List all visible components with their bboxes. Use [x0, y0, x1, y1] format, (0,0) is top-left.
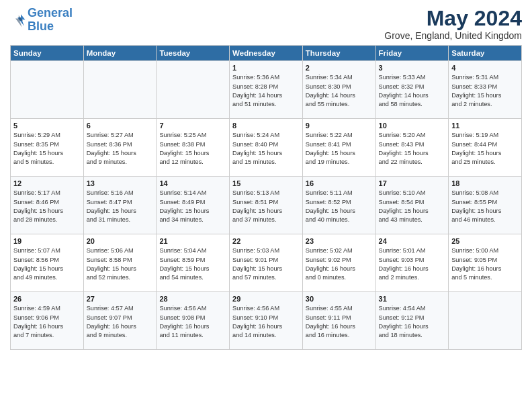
- day-number: 6: [87, 122, 154, 130]
- day-number: 9: [306, 122, 373, 130]
- calendar-cell: [83, 61, 157, 119]
- day-info: Sunrise: 5:20 AM Sunset: 8:43 PM Dayligh…: [379, 131, 446, 167]
- calendar-cell: 4Sunrise: 5:31 AM Sunset: 8:33 PM Daylig…: [449, 61, 522, 119]
- week-row-5: 26Sunrise: 4:59 AM Sunset: 9:06 PM Dayli…: [11, 292, 522, 350]
- logo: General Blue: [10, 7, 73, 34]
- day-info: Sunrise: 5:11 AM Sunset: 8:52 PM Dayligh…: [306, 189, 373, 224]
- header-row: SundayMondayTuesdayWednesdayThursdayFrid…: [11, 46, 522, 61]
- day-number: 29: [232, 295, 300, 303]
- subtitle: Grove, England, United Kingdom: [384, 30, 522, 41]
- day-info: Sunrise: 5:36 AM Sunset: 8:28 PM Dayligh…: [232, 73, 300, 109]
- calendar-cell: 3Sunrise: 5:33 AM Sunset: 8:32 PM Daylig…: [375, 61, 449, 119]
- day-info: Sunrise: 5:33 AM Sunset: 8:32 PM Dayligh…: [379, 73, 446, 109]
- day-number: 18: [451, 179, 519, 187]
- calendar-cell: 23Sunrise: 5:02 AM Sunset: 9:02 PM Dayli…: [302, 234, 375, 292]
- col-header-thursday: Thursday: [302, 46, 375, 61]
- day-info: Sunrise: 5:06 AM Sunset: 8:58 PM Dayligh…: [87, 246, 154, 282]
- calendar-table: SundayMondayTuesdayWednesdayThursdayFrid…: [10, 45, 522, 350]
- day-number: 23: [306, 237, 373, 245]
- day-number: 17: [379, 179, 446, 187]
- calendar-cell: 28Sunrise: 4:56 AM Sunset: 9:08 PM Dayli…: [157, 292, 230, 350]
- day-info: Sunrise: 5:14 AM Sunset: 8:49 PM Dayligh…: [159, 189, 226, 224]
- col-header-sunday: Sunday: [11, 46, 84, 61]
- calendar-cell: 29Sunrise: 4:56 AM Sunset: 9:10 PM Dayli…: [230, 292, 303, 350]
- week-row-4: 19Sunrise: 5:07 AM Sunset: 8:56 PM Dayli…: [11, 234, 522, 292]
- calendar-cell: 8Sunrise: 5:24 AM Sunset: 8:40 PM Daylig…: [230, 119, 303, 177]
- title-block: May 2024 Grove, England, United Kingdom: [384, 7, 522, 41]
- day-info: Sunrise: 5:17 AM Sunset: 8:46 PM Dayligh…: [13, 189, 81, 224]
- day-number: 4: [451, 64, 519, 72]
- week-row-2: 5Sunrise: 5:29 AM Sunset: 8:35 PM Daylig…: [11, 119, 522, 177]
- day-number: 15: [232, 179, 300, 187]
- calendar-cell: 31Sunrise: 4:54 AM Sunset: 9:12 PM Dayli…: [375, 292, 449, 350]
- calendar-cell: [157, 61, 230, 119]
- day-number: 13: [87, 179, 154, 187]
- day-info: Sunrise: 5:07 AM Sunset: 8:56 PM Dayligh…: [13, 246, 81, 282]
- calendar-cell: 17Sunrise: 5:10 AM Sunset: 8:54 PM Dayli…: [375, 177, 449, 234]
- header: General Blue May 2024 Grove, England, Un…: [10, 7, 522, 41]
- col-header-tuesday: Tuesday: [157, 46, 230, 61]
- day-number: 30: [306, 295, 373, 303]
- day-info: Sunrise: 5:08 AM Sunset: 8:55 PM Dayligh…: [451, 189, 519, 224]
- day-number: 22: [232, 237, 300, 245]
- calendar-cell: [11, 61, 84, 119]
- calendar-cell: 1Sunrise: 5:36 AM Sunset: 8:28 PM Daylig…: [230, 61, 303, 119]
- day-info: Sunrise: 4:55 AM Sunset: 9:11 PM Dayligh…: [306, 304, 373, 340]
- day-number: 16: [306, 179, 373, 187]
- day-number: 1: [232, 64, 300, 72]
- day-info: Sunrise: 5:16 AM Sunset: 8:47 PM Dayligh…: [87, 189, 154, 224]
- calendar-cell: 19Sunrise: 5:07 AM Sunset: 8:56 PM Dayli…: [11, 234, 84, 292]
- calendar-cell: 5Sunrise: 5:29 AM Sunset: 8:35 PM Daylig…: [11, 119, 84, 177]
- day-number: 7: [159, 122, 226, 130]
- col-header-wednesday: Wednesday: [230, 46, 303, 61]
- day-info: Sunrise: 5:13 AM Sunset: 8:51 PM Dayligh…: [232, 189, 300, 224]
- calendar-cell: 6Sunrise: 5:27 AM Sunset: 8:36 PM Daylig…: [83, 119, 157, 177]
- logo-icon: [10, 12, 26, 28]
- day-number: 5: [13, 122, 81, 130]
- logo-text: General Blue: [28, 7, 73, 34]
- day-number: 21: [159, 237, 226, 245]
- calendar-cell: 2Sunrise: 5:34 AM Sunset: 8:30 PM Daylig…: [302, 61, 375, 119]
- day-number: 10: [379, 122, 446, 130]
- day-number: 28: [159, 295, 226, 303]
- day-info: Sunrise: 5:27 AM Sunset: 8:36 PM Dayligh…: [87, 131, 154, 167]
- week-row-1: 1Sunrise: 5:36 AM Sunset: 8:28 PM Daylig…: [11, 61, 522, 119]
- calendar-cell: 25Sunrise: 5:00 AM Sunset: 9:05 PM Dayli…: [449, 234, 522, 292]
- main-title: May 2024: [384, 7, 522, 30]
- calendar-cell: 11Sunrise: 5:19 AM Sunset: 8:44 PM Dayli…: [449, 119, 522, 177]
- day-info: Sunrise: 5:31 AM Sunset: 8:33 PM Dayligh…: [451, 73, 519, 109]
- calendar-cell: 10Sunrise: 5:20 AM Sunset: 8:43 PM Dayli…: [375, 119, 449, 177]
- day-info: Sunrise: 4:57 AM Sunset: 9:07 PM Dayligh…: [87, 304, 154, 340]
- calendar-cell: 18Sunrise: 5:08 AM Sunset: 8:55 PM Dayli…: [449, 177, 522, 234]
- day-number: 19: [13, 237, 81, 245]
- day-number: 26: [13, 295, 81, 303]
- calendar-cell: 21Sunrise: 5:04 AM Sunset: 8:59 PM Dayli…: [157, 234, 230, 292]
- calendar-cell: 13Sunrise: 5:16 AM Sunset: 8:47 PM Dayli…: [83, 177, 157, 234]
- col-header-saturday: Saturday: [449, 46, 522, 61]
- day-info: Sunrise: 5:19 AM Sunset: 8:44 PM Dayligh…: [451, 131, 519, 167]
- calendar-cell: 15Sunrise: 5:13 AM Sunset: 8:51 PM Dayli…: [230, 177, 303, 234]
- day-info: Sunrise: 4:59 AM Sunset: 9:06 PM Dayligh…: [13, 304, 81, 340]
- day-info: Sunrise: 4:56 AM Sunset: 9:08 PM Dayligh…: [159, 304, 226, 340]
- logo-line1: General: [28, 6, 73, 19]
- day-number: 31: [379, 295, 446, 303]
- day-info: Sunrise: 5:29 AM Sunset: 8:35 PM Dayligh…: [13, 131, 81, 167]
- day-info: Sunrise: 4:56 AM Sunset: 9:10 PM Dayligh…: [232, 304, 300, 340]
- day-info: Sunrise: 5:34 AM Sunset: 8:30 PM Dayligh…: [306, 73, 373, 109]
- calendar-cell: 7Sunrise: 5:25 AM Sunset: 8:38 PM Daylig…: [157, 119, 230, 177]
- col-header-monday: Monday: [83, 46, 157, 61]
- day-number: 27: [87, 295, 154, 303]
- day-number: 12: [13, 179, 81, 187]
- page-container: General Blue May 2024 Grove, England, Un…: [0, 0, 532, 355]
- day-info: Sunrise: 5:03 AM Sunset: 9:01 PM Dayligh…: [232, 246, 300, 282]
- day-number: 3: [379, 64, 446, 72]
- day-info: Sunrise: 5:25 AM Sunset: 8:38 PM Dayligh…: [159, 131, 226, 167]
- day-info: Sunrise: 5:01 AM Sunset: 9:03 PM Dayligh…: [379, 246, 446, 282]
- day-info: Sunrise: 5:10 AM Sunset: 8:54 PM Dayligh…: [379, 189, 446, 224]
- day-number: 11: [451, 122, 519, 130]
- logo-line2: Blue: [28, 19, 54, 33]
- calendar-cell: 22Sunrise: 5:03 AM Sunset: 9:01 PM Dayli…: [230, 234, 303, 292]
- day-number: 2: [306, 64, 373, 72]
- day-info: Sunrise: 4:54 AM Sunset: 9:12 PM Dayligh…: [379, 304, 446, 340]
- day-number: 20: [87, 237, 154, 245]
